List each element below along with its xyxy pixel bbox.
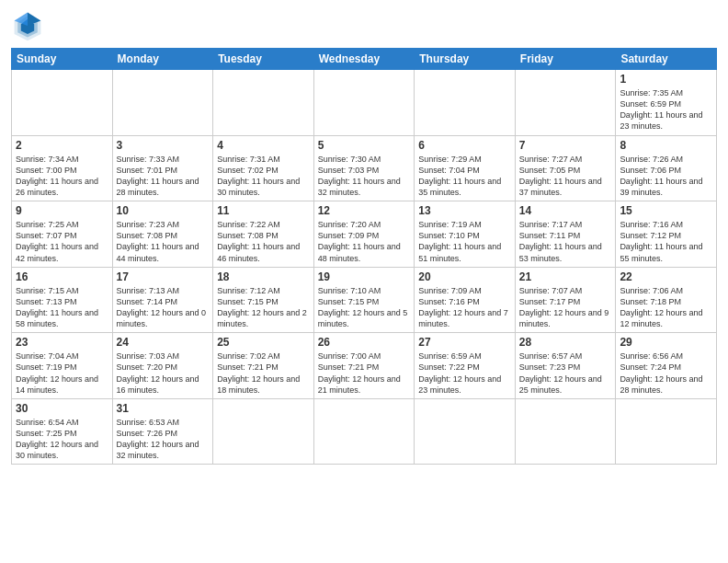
- day-number: 30: [16, 402, 108, 415]
- calendar-week-5: 23Sunrise: 7:04 AM Sunset: 7:19 PM Dayli…: [12, 333, 717, 399]
- calendar-cell: 14Sunrise: 7:17 AM Sunset: 7:11 PM Dayli…: [515, 201, 616, 268]
- calendar-cell: 10Sunrise: 7:23 AM Sunset: 7:08 PM Dayli…: [112, 201, 213, 268]
- day-info: Sunrise: 7:19 AM Sunset: 7:10 PM Dayligh…: [418, 219, 511, 264]
- calendar-cell: 3Sunrise: 7:33 AM Sunset: 7:01 PM Daylig…: [112, 135, 213, 201]
- day-number: 6: [418, 139, 511, 152]
- day-info: Sunrise: 6:57 AM Sunset: 7:23 PM Dayligh…: [519, 350, 612, 396]
- calendar-cell: 18Sunrise: 7:12 AM Sunset: 7:15 PM Dayli…: [213, 267, 314, 333]
- day-info: Sunrise: 7:13 AM Sunset: 7:14 PM Dayligh…: [117, 285, 210, 330]
- calendar-cell: 6Sunrise: 7:29 AM Sunset: 7:04 PM Daylig…: [415, 135, 516, 201]
- day-number: 28: [519, 336, 612, 349]
- generalblue-icon: [11, 9, 44, 42]
- day-info: Sunrise: 7:12 AM Sunset: 7:15 PM Dayligh…: [217, 285, 310, 330]
- calendar-table: SundayMondayTuesdayWednesdayThursdayFrid…: [11, 48, 717, 465]
- day-info: Sunrise: 6:56 AM Sunset: 7:24 PM Dayligh…: [620, 350, 712, 396]
- calendar-cell: [313, 398, 415, 465]
- day-info: Sunrise: 7:16 AM Sunset: 7:12 PM Dayligh…: [620, 219, 712, 264]
- day-number: 29: [620, 336, 712, 349]
- weekday-header-row: SundayMondayTuesdayWednesdayThursdayFrid…: [12, 49, 717, 70]
- day-info: Sunrise: 7:26 AM Sunset: 7:06 PM Dayligh…: [620, 154, 712, 199]
- weekday-friday: Friday: [515, 49, 616, 70]
- day-info: Sunrise: 7:02 AM Sunset: 7:21 PM Dayligh…: [217, 350, 310, 396]
- day-number: 19: [318, 270, 411, 283]
- day-info: Sunrise: 7:34 AM Sunset: 7:00 PM Dayligh…: [16, 154, 108, 199]
- day-number: 14: [519, 204, 612, 217]
- day-number: 22: [620, 270, 712, 283]
- day-number: 8: [620, 139, 712, 152]
- calendar-cell: 28Sunrise: 6:57 AM Sunset: 7:23 PM Dayli…: [515, 333, 616, 399]
- calendar-cell: 24Sunrise: 7:03 AM Sunset: 7:20 PM Dayli…: [112, 333, 213, 399]
- weekday-thursday: Thursday: [415, 49, 516, 70]
- weekday-sunday: Sunday: [12, 49, 113, 70]
- calendar-cell: 5Sunrise: 7:30 AM Sunset: 7:03 PM Daylig…: [313, 135, 415, 201]
- calendar-cell: [515, 398, 616, 465]
- day-info: Sunrise: 7:09 AM Sunset: 7:16 PM Dayligh…: [418, 285, 511, 330]
- day-number: 16: [16, 270, 108, 283]
- day-number: 25: [217, 336, 310, 349]
- calendar-cell: 19Sunrise: 7:10 AM Sunset: 7:15 PM Dayli…: [313, 267, 415, 333]
- day-number: 26: [318, 336, 411, 349]
- calendar-cell: [213, 70, 314, 136]
- day-info: Sunrise: 7:00 AM Sunset: 7:21 PM Dayligh…: [318, 350, 411, 396]
- calendar-cell: 26Sunrise: 7:00 AM Sunset: 7:21 PM Dayli…: [313, 333, 415, 399]
- calendar-cell: [515, 70, 616, 136]
- page: SundayMondayTuesdayWednesdayThursdayFrid…: [0, 0, 728, 563]
- calendar-cell: [415, 70, 516, 136]
- calendar-cell: 11Sunrise: 7:22 AM Sunset: 7:08 PM Dayli…: [213, 201, 314, 268]
- day-info: Sunrise: 7:33 AM Sunset: 7:01 PM Dayligh…: [117, 154, 210, 199]
- day-number: 1: [620, 73, 712, 86]
- day-number: 15: [620, 204, 712, 217]
- day-info: Sunrise: 7:31 AM Sunset: 7:02 PM Dayligh…: [217, 154, 310, 199]
- calendar-cell: 23Sunrise: 7:04 AM Sunset: 7:19 PM Dayli…: [12, 333, 113, 399]
- calendar-week-6: 30Sunrise: 6:54 AM Sunset: 7:25 PM Dayli…: [12, 398, 717, 465]
- weekday-tuesday: Tuesday: [213, 49, 314, 70]
- weekday-wednesday: Wednesday: [313, 49, 415, 70]
- day-number: 18: [217, 270, 310, 283]
- day-number: 31: [117, 402, 210, 415]
- weekday-saturday: Saturday: [616, 49, 717, 70]
- calendar-cell: [12, 70, 113, 136]
- day-number: 7: [519, 139, 612, 152]
- day-info: Sunrise: 7:25 AM Sunset: 7:07 PM Dayligh…: [16, 219, 108, 264]
- calendar-cell: 12Sunrise: 7:20 AM Sunset: 7:09 PM Dayli…: [313, 201, 415, 268]
- calendar-cell: 7Sunrise: 7:27 AM Sunset: 7:05 PM Daylig…: [515, 135, 616, 201]
- day-info: Sunrise: 7:06 AM Sunset: 7:18 PM Dayligh…: [620, 285, 712, 330]
- day-number: 2: [16, 139, 108, 152]
- day-number: 23: [16, 336, 108, 349]
- header: [11, 9, 717, 42]
- calendar-cell: 25Sunrise: 7:02 AM Sunset: 7:21 PM Dayli…: [213, 333, 314, 399]
- day-number: 10: [117, 204, 210, 217]
- day-info: Sunrise: 7:10 AM Sunset: 7:15 PM Dayligh…: [318, 285, 411, 330]
- calendar-cell: 8Sunrise: 7:26 AM Sunset: 7:06 PM Daylig…: [616, 135, 717, 201]
- day-number: 3: [117, 139, 210, 152]
- day-info: Sunrise: 7:29 AM Sunset: 7:04 PM Dayligh…: [418, 154, 511, 199]
- day-number: 11: [217, 204, 310, 217]
- day-number: 12: [318, 204, 411, 217]
- calendar-cell: [112, 70, 213, 136]
- day-number: 20: [418, 270, 511, 283]
- day-info: Sunrise: 7:30 AM Sunset: 7:03 PM Dayligh…: [318, 154, 411, 199]
- day-info: Sunrise: 7:27 AM Sunset: 7:05 PM Dayligh…: [519, 154, 612, 199]
- day-info: Sunrise: 7:23 AM Sunset: 7:08 PM Dayligh…: [117, 219, 210, 264]
- calendar-cell: 22Sunrise: 7:06 AM Sunset: 7:18 PM Dayli…: [616, 267, 717, 333]
- day-info: Sunrise: 7:07 AM Sunset: 7:17 PM Dayligh…: [519, 285, 612, 330]
- calendar-cell: [616, 398, 717, 465]
- calendar-cell: 20Sunrise: 7:09 AM Sunset: 7:16 PM Dayli…: [415, 267, 516, 333]
- day-info: Sunrise: 7:22 AM Sunset: 7:08 PM Dayligh…: [217, 219, 310, 264]
- day-number: 4: [217, 139, 310, 152]
- day-number: 27: [418, 336, 511, 349]
- calendar-cell: [313, 70, 415, 136]
- day-number: 24: [117, 336, 210, 349]
- day-info: Sunrise: 7:17 AM Sunset: 7:11 PM Dayligh…: [519, 219, 612, 264]
- calendar-week-2: 2Sunrise: 7:34 AM Sunset: 7:00 PM Daylig…: [12, 135, 717, 201]
- calendar-cell: 9Sunrise: 7:25 AM Sunset: 7:07 PM Daylig…: [12, 201, 113, 268]
- calendar-cell: 16Sunrise: 7:15 AM Sunset: 7:13 PM Dayli…: [12, 267, 113, 333]
- day-number: 17: [117, 270, 210, 283]
- logo: [11, 9, 48, 42]
- day-info: Sunrise: 7:20 AM Sunset: 7:09 PM Dayligh…: [318, 219, 411, 264]
- calendar-cell: 31Sunrise: 6:53 AM Sunset: 7:26 PM Dayli…: [112, 398, 213, 465]
- calendar-cell: 4Sunrise: 7:31 AM Sunset: 7:02 PM Daylig…: [213, 135, 314, 201]
- calendar-cell: 21Sunrise: 7:07 AM Sunset: 7:17 PM Dayli…: [515, 267, 616, 333]
- calendar-cell: 17Sunrise: 7:13 AM Sunset: 7:14 PM Dayli…: [112, 267, 213, 333]
- calendar-week-4: 16Sunrise: 7:15 AM Sunset: 7:13 PM Dayli…: [12, 267, 717, 333]
